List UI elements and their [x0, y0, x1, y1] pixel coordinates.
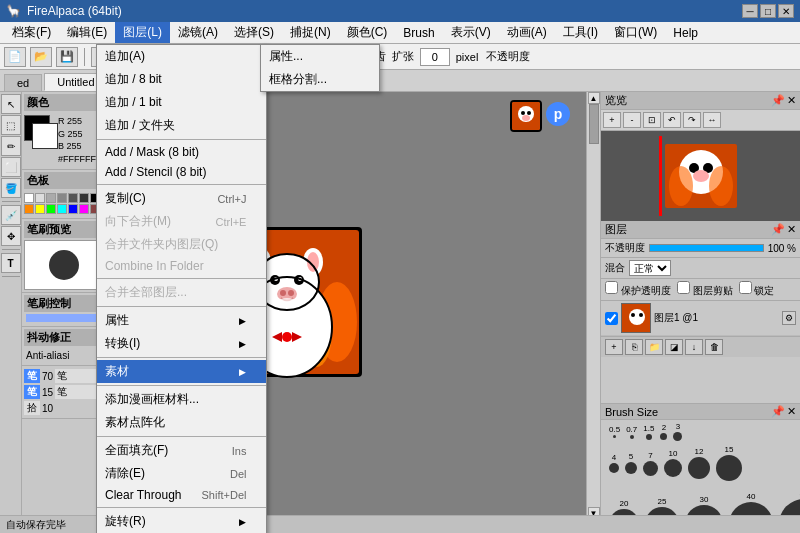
menu-view[interactable]: 表示(V) [443, 22, 499, 43]
swatch[interactable] [24, 204, 34, 214]
tool-select[interactable]: ↖ [1, 94, 21, 114]
delete-layer-btn[interactable]: 🗑 [705, 339, 723, 355]
close-brush-icon[interactable]: ✕ [787, 405, 796, 418]
menu-fill[interactable]: 全面填充(F)Ins [97, 439, 266, 462]
menu-add-8bit[interactable]: 追加 / 8 bit [97, 68, 266, 91]
menu-combine-in-folder[interactable]: Combine In Folder [97, 256, 266, 276]
menu-merge-folder[interactable]: 合并文件夹内图层(Q) [97, 233, 266, 256]
background-color[interactable] [32, 123, 58, 149]
scroll-track-v[interactable] [588, 104, 600, 507]
brush-dot-item[interactable]: 4 [609, 453, 619, 473]
brush-dot-circle[interactable] [646, 434, 652, 440]
close-layers-icon[interactable]: ✕ [787, 223, 796, 236]
folder-layer-btn[interactable]: 📁 [645, 339, 663, 355]
brush-dot-circle[interactable] [716, 455, 742, 481]
menu-sozai[interactable]: 素材▶ [97, 360, 266, 383]
brush-dot-circle[interactable] [660, 433, 667, 440]
swatch[interactable] [46, 204, 56, 214]
pin-icon[interactable]: 📌 [771, 94, 785, 107]
swatch[interactable] [57, 193, 67, 203]
swatch[interactable] [79, 204, 89, 214]
brush-dot-circle[interactable] [609, 463, 619, 473]
brush-dot-circle[interactable] [625, 462, 637, 474]
menu-color[interactable]: 颜色(C) [339, 22, 396, 43]
menu-select[interactable]: 选择(S) [226, 22, 282, 43]
brush-dot-item[interactable]: 5 [625, 452, 637, 474]
mask-layer-btn[interactable]: ◪ [665, 339, 683, 355]
brush-dot-circle[interactable] [643, 461, 658, 476]
close-panel-icon[interactable]: ✕ [787, 94, 796, 107]
new-layer-btn[interactable]: + [605, 339, 623, 355]
tool-lasso[interactable]: ⬚ [1, 115, 21, 135]
opacity-bar[interactable] [649, 244, 764, 252]
menu-add-manga[interactable]: 添加漫画框材料... [97, 388, 266, 411]
swatch[interactable] [35, 204, 45, 214]
rotate-right-btn[interactable]: ↷ [683, 112, 701, 128]
copy-layer-btn[interactable]: ⎘ [625, 339, 643, 355]
brush-dot-item[interactable]: 15 [716, 445, 742, 481]
menu-duplicate[interactable]: 复制(C)Ctrl+J [97, 187, 266, 210]
expand-input[interactable] [420, 48, 450, 66]
zoom-out-btn[interactable]: - [623, 112, 641, 128]
brush-dot-circle[interactable] [673, 432, 682, 441]
menu-help[interactable]: Help [665, 24, 706, 42]
tool-eyedrop[interactable]: 💉 [1, 205, 21, 225]
layer-gear-btn[interactable]: ⚙ [782, 311, 796, 325]
menu-tools[interactable]: 工具(I) [555, 22, 606, 43]
scroll-thumb-v[interactable] [589, 104, 599, 144]
brush-dot-circle[interactable] [630, 435, 634, 439]
menu-animation[interactable]: 动画(A) [499, 22, 555, 43]
pen-control-bar[interactable] [26, 314, 107, 322]
swatch[interactable] [57, 204, 67, 214]
brush-dot-item[interactable]: 0.7 [626, 425, 637, 439]
close-button[interactable]: ✕ [778, 4, 794, 18]
swatch[interactable] [79, 193, 89, 203]
menu-clear-through[interactable]: Clear ThroughShift+Del [97, 485, 266, 505]
tool-move[interactable]: ✥ [1, 226, 21, 246]
brush-dot-item[interactable]: 0.5 [609, 425, 620, 438]
menu-add[interactable]: 追加(A) [97, 45, 266, 68]
menu-brush[interactable]: Brush [395, 24, 442, 42]
menu-capture[interactable]: 捕捉(N) [282, 22, 339, 43]
menu-merge-down[interactable]: 向下合并(M)Ctrl+E [97, 210, 266, 233]
minimize-button[interactable]: ─ [742, 4, 758, 18]
swatch[interactable] [68, 204, 78, 214]
toolbar-new[interactable]: 📄 [4, 47, 26, 67]
brush-dot-item[interactable]: 12 [688, 447, 710, 479]
menu-file[interactable]: 档案(F) [4, 22, 59, 43]
menu-attributes[interactable]: 属性▶ [97, 309, 266, 332]
submenu-attributes[interactable]: 属性... [261, 45, 379, 68]
tool-pen[interactable]: ✏ [1, 136, 21, 156]
brush-dot-circle[interactable] [688, 457, 710, 479]
swatch[interactable] [46, 193, 56, 203]
toolbar-open[interactable]: 📂 [30, 47, 52, 67]
scroll-up-btn[interactable]: ▲ [588, 92, 600, 104]
tab-ed[interactable]: ed [4, 74, 42, 91]
fit-btn[interactable]: ⊡ [643, 112, 661, 128]
menu-layer[interactable]: 图层(L) [115, 22, 170, 43]
tool-text[interactable]: T [1, 253, 21, 273]
brush-dot-item[interactable]: 2 [660, 423, 667, 440]
toolbar-save[interactable]: 💾 [56, 47, 78, 67]
menu-convert[interactable]: 转换(I)▶ [97, 332, 266, 355]
blend-select[interactable]: 正常 [629, 260, 671, 276]
pin-icon-brush[interactable]: 📌 [771, 405, 785, 418]
brush-dot-item[interactable]: 10 [664, 449, 682, 477]
brush-dot-circle[interactable] [664, 459, 682, 477]
menu-rotate[interactable]: 旋转(R)▶ [97, 510, 266, 533]
v-scrollbar[interactable]: ▲ ▼ [586, 92, 600, 519]
rotate-left-btn[interactable]: ↶ [663, 112, 681, 128]
brush-dot-item[interactable]: 1.5 [643, 424, 654, 440]
swatch[interactable] [68, 193, 78, 203]
maximize-button[interactable]: □ [760, 4, 776, 18]
layer-clip-check[interactable]: 图层剪贴 [677, 281, 733, 298]
flip-btn[interactable]: ↔ [703, 112, 721, 128]
tool-eraser[interactable]: ⬜ [1, 157, 21, 177]
brush-dot-circle[interactable] [613, 435, 616, 438]
lock-check[interactable]: 锁定 [739, 281, 775, 298]
menu-edit[interactable]: 编辑(E) [59, 22, 115, 43]
swatch[interactable] [35, 193, 45, 203]
swatch[interactable] [24, 193, 34, 203]
pin-icon-layers[interactable]: 📌 [771, 223, 785, 236]
menu-filter[interactable]: 滤镜(A) [170, 22, 226, 43]
